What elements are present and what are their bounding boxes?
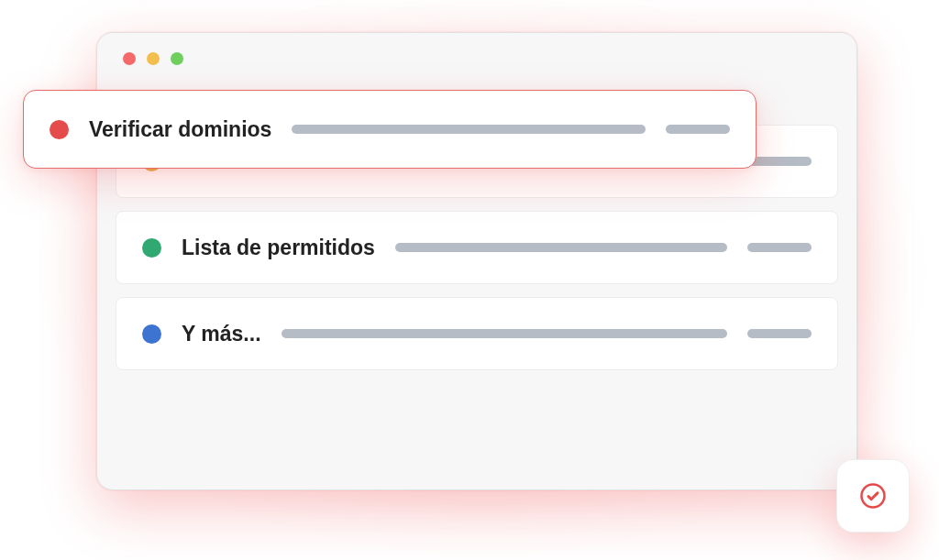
- item-label: Verificar dominios: [89, 117, 271, 142]
- item-label: Lista de permitidos: [182, 236, 375, 260]
- check-circle-icon: [859, 482, 887, 510]
- placeholder-bar-icon: [292, 125, 646, 134]
- item-label: Y más...: [182, 322, 261, 346]
- placeholder-bar-icon: [395, 243, 727, 252]
- status-badge[interactable]: [836, 459, 910, 533]
- placeholder-bar-icon: [747, 329, 812, 338]
- placeholder-bar-icon: [747, 157, 812, 166]
- status-dot-icon: [142, 238, 161, 258]
- window-titlebar: [97, 33, 856, 84]
- placeholder-bar-icon: [282, 329, 727, 338]
- status-dot-icon: [142, 324, 161, 344]
- traffic-light-minimize-icon[interactable]: [147, 52, 160, 65]
- status-dot-icon: [50, 120, 69, 139]
- traffic-light-close-icon[interactable]: [123, 52, 136, 65]
- list-item[interactable]: Y más...: [116, 297, 838, 370]
- traffic-light-zoom-icon[interactable]: [171, 52, 183, 65]
- highlighted-item-card[interactable]: Verificar dominios: [23, 90, 757, 169]
- list-item[interactable]: Lista de permitidos: [116, 211, 838, 284]
- placeholder-bar-icon: [747, 243, 812, 252]
- placeholder-bar-icon: [666, 125, 730, 134]
